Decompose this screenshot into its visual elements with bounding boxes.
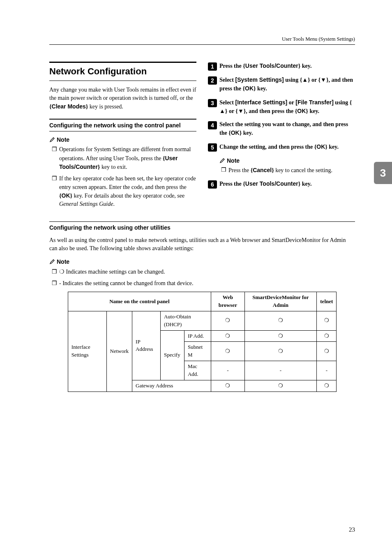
- th-sdm: SmartDeviceMonitor for Admin: [244, 292, 317, 311]
- cell-auto: Auto-Obtain (DHCP): [160, 311, 211, 330]
- pencil-icon-2: [219, 158, 225, 164]
- th-web: Web browser: [211, 292, 245, 311]
- s5-ok: OK: [316, 143, 325, 150]
- s3-ok: OK: [297, 108, 306, 114]
- r4-web: -: [211, 361, 245, 380]
- step-1: 1 Press the {User Tools/Counter} key.: [208, 62, 355, 71]
- s3-t4: or: [227, 108, 235, 114]
- up-arrow-icon: ▲: [302, 76, 308, 84]
- r2-sdm: ❍: [244, 330, 317, 342]
- cell-subnet: Subnet M: [184, 342, 211, 361]
- step-num-2: 2: [208, 76, 217, 85]
- table-header-row: Name on the control panel Web browser Sm…: [68, 292, 337, 311]
- note-heading: Note: [49, 136, 196, 144]
- s2-t1: Select: [219, 77, 235, 83]
- cell-net: Network: [106, 311, 132, 391]
- s5n-t1: Press the: [228, 167, 251, 173]
- r3-web: ❍: [211, 342, 245, 361]
- r2-web: ❍: [211, 330, 245, 342]
- down-arrow-icon: ▼: [321, 76, 326, 84]
- table-row: Interface Settings Network IP Address Au…: [68, 311, 337, 330]
- guide-ref: General Settings Guide: [59, 201, 113, 207]
- note2-text2: key. For details about the key operator …: [72, 193, 184, 199]
- step-num-3: 3: [208, 99, 217, 107]
- page-content: Network Configuration Any change you mak…: [49, 62, 355, 392]
- s6-key: User Tools/Counter: [245, 180, 298, 187]
- s3-b2: [File Transfer]: [295, 99, 334, 106]
- running-header: User Tools Menu (System Settings): [282, 35, 355, 43]
- r5-tel: ❍: [317, 380, 337, 391]
- step-num-5: 5: [208, 143, 217, 152]
- r5-web: ❍: [211, 380, 245, 391]
- step-num-4: 4: [208, 121, 217, 129]
- settings-table: Name on the control panel Web browser Sm…: [68, 292, 337, 391]
- cancel-key: Cancel: [253, 167, 272, 173]
- cell-gw: Gateway Address: [132, 380, 211, 391]
- lower-note-2: ❒- Indicates the setting cannot be chang…: [49, 279, 355, 288]
- s2-t2: using: [284, 77, 300, 83]
- pencil-icon: [49, 137, 55, 143]
- r5-sdm: ❍: [244, 380, 317, 391]
- s3-t1: Select: [219, 99, 235, 106]
- s5-t1: Change the setting, and then press the: [219, 144, 314, 150]
- step-num-1: 1: [208, 62, 217, 71]
- r4-tel: -: [317, 361, 337, 380]
- lower-para: As well as using the control panel to ma…: [49, 236, 355, 253]
- note-item-2: ❒ If the key operator code has been set,…: [49, 175, 196, 208]
- s1-t1: Press the: [219, 63, 243, 69]
- step-6: 6 Press the {User Tools/Counter} key.: [208, 180, 355, 189]
- lower-note-list: ❒❍ Indicates machine settings can be cha…: [49, 268, 355, 288]
- page-number: 23: [349, 525, 355, 534]
- th-telnet: telnet: [317, 292, 337, 311]
- s2-bold: [System Settings]: [235, 76, 284, 83]
- step5-note-label: Note: [227, 157, 240, 164]
- lower-section: Configuring the network using other util…: [49, 221, 355, 391]
- cell-spec: Specify: [160, 330, 184, 380]
- pencil-icon-3: [49, 259, 55, 265]
- r1-web: ❍: [211, 311, 245, 330]
- lower-note-head: Note: [49, 258, 355, 266]
- clear-modes-key: Clear Modes: [52, 103, 86, 110]
- ok-key: OK: [62, 192, 70, 199]
- step-num-6: 6: [208, 180, 217, 189]
- note2-text3: .: [113, 201, 115, 207]
- note1-text2: key to exit.: [100, 164, 127, 170]
- step-2: 2 Select [System Settings] using {▲} or …: [208, 76, 355, 93]
- subsection-title: Configuring the network using the contro…: [49, 119, 196, 131]
- cell-iface: Interface Settings: [68, 311, 106, 391]
- lower-note-1: ❒❍ Indicates machine settings can be cha…: [49, 268, 355, 276]
- left-column: Network Configuration Any change you mak…: [49, 62, 196, 212]
- step5-note-item: ❒ Press the {Cancel} key to cancel the s…: [221, 166, 355, 175]
- s1-key: User Tools/Counter: [245, 62, 298, 69]
- s3-t6: key.: [308, 108, 319, 114]
- step-5: 5 Change the setting, and then press the…: [208, 143, 355, 152]
- s3-t2: or: [287, 99, 295, 106]
- th-name: Name on the control panel: [68, 292, 211, 311]
- s2-t5: key.: [256, 85, 267, 92]
- note2-text1: If the key operator code has been set, t…: [59, 175, 196, 190]
- lower-subtitle: Configuring the network using other util…: [49, 221, 355, 232]
- s4-ok: OK: [231, 129, 240, 136]
- ln2: - Indicates the setting cannot be change…: [59, 279, 355, 288]
- step-3: 3 Select [Interface Settings] or [File T…: [208, 98, 355, 116]
- intro-paragraph: Any change you make with User Tools rema…: [49, 86, 196, 111]
- intro-text-1: Any change you make with User Tools rema…: [49, 87, 196, 101]
- note-item-1: ❒ Operations for System Settings are dif…: [49, 145, 196, 171]
- step5-note-head: Note: [219, 157, 355, 165]
- s4-t2: key.: [242, 130, 253, 136]
- header-rule: [49, 44, 355, 45]
- down-arrow-icon-2: ▼: [238, 107, 244, 115]
- s3-t3: using: [334, 99, 350, 106]
- cell-mac: Mac Add.: [184, 361, 211, 380]
- step-4: 4 Select the setting you want to change,…: [208, 120, 355, 138]
- note-list: ❒ Operations for System Settings are dif…: [49, 145, 196, 208]
- r3-sdm: ❍: [244, 342, 317, 361]
- cell-ipadd: IP Add.: [184, 330, 211, 342]
- lower-note-label: Note: [57, 258, 69, 265]
- up-arrow-icon-2: ▲: [219, 107, 225, 115]
- s1-t2: key.: [300, 63, 311, 69]
- intro-text-2: key is pressed.: [88, 104, 123, 110]
- chapter-tab: 3: [374, 162, 392, 184]
- r1-tel: ❍: [317, 311, 337, 330]
- step5-note: Note ❒ Press the {Cancel} key to cancel …: [219, 157, 355, 175]
